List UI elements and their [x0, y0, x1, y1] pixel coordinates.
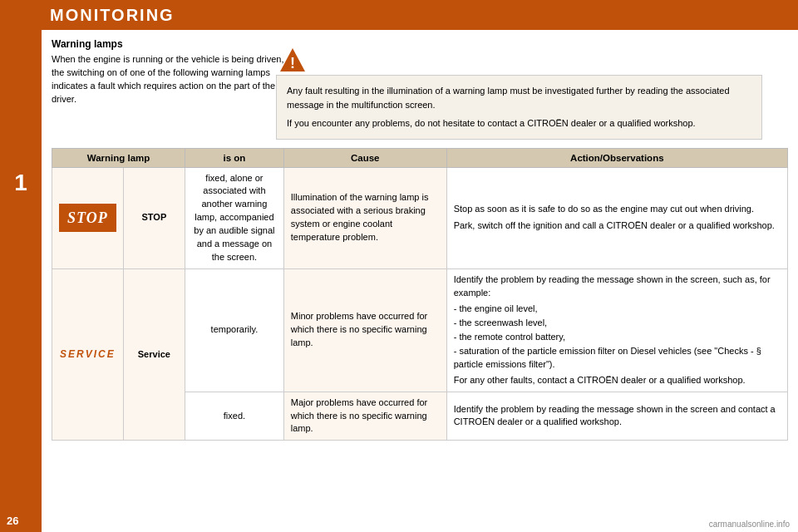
sidebar-tab: 1 26 [0, 0, 42, 532]
service-cause-2: Major problems have occurred for which t… [283, 392, 446, 441]
stop-action: Stop as soon as it is safe to do so as t… [446, 167, 787, 269]
header-bar: MONITORING [0, 0, 798, 30]
service-is-on-1: temporarily. [185, 269, 284, 392]
warning-table: Warning lamp is on Cause Action/Observat… [52, 148, 788, 441]
table-header-action: Action/Observations [446, 148, 787, 167]
stop-cause: Illumination of the warning lamp is asso… [283, 167, 446, 269]
svg-text:!: ! [290, 55, 295, 71]
table-row-service-1: SERVICE Service temporarily. Minor probl… [52, 269, 788, 392]
service-is-on-2: fixed. [185, 392, 284, 441]
warning-lamps-section: Warning lamps When the engine is running… [52, 38, 276, 106]
sidebar-number: 1 [14, 170, 27, 196]
warning-lamps-title: Warning lamps [52, 38, 276, 50]
alert-line2: If you encounter any problems, do not he… [287, 116, 751, 131]
stop-lamp-name: STOP [123, 167, 185, 269]
warning-lamps-description: When the engine is running or the vehicl… [52, 53, 284, 106]
alert-icon: ! [278, 47, 307, 75]
table-header-is-on: is on [185, 148, 284, 167]
service-action-2: Identify the problem by reading the mess… [446, 392, 787, 441]
service-cause-1: Minor problems have occurred for which t… [283, 269, 446, 392]
service-action-1: Identify the problem by reading the mess… [446, 269, 787, 392]
watermark: carmanualsonline.info [709, 520, 790, 529]
stop-is-on: fixed, alone or associated with another … [185, 167, 284, 269]
service-lamp-symbol: SERVICE [52, 269, 124, 441]
stop-symbol-box: STOP [59, 204, 116, 232]
page-title: MONITORING [50, 6, 175, 25]
alert-line1: Any fault resulting in the illumination … [287, 84, 751, 111]
table-row-stop: STOP STOP fixed, alone or associated wit… [52, 167, 788, 269]
main-content: Warning lamps When the engine is running… [42, 30, 798, 532]
page-number: 26 [7, 515, 18, 527]
stop-lamp-symbol: STOP [52, 167, 124, 269]
table-header-cause: Cause [283, 148, 446, 167]
service-lamp-name: Service [123, 269, 185, 441]
table-header-lamp: Warning lamp [52, 148, 185, 167]
alert-box: Any fault resulting in the illumination … [276, 75, 762, 140]
